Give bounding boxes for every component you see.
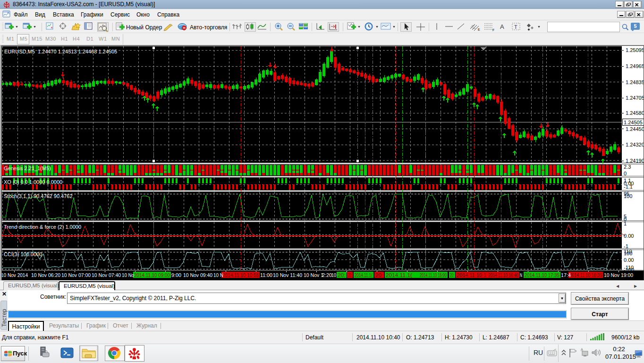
svg-text:1.24320: 1.24320 [626, 142, 644, 147]
svg-text:10 Nov 11:40: 10 Nov 11:40 [273, 272, 302, 278]
svg-text:1.24190: 1.24190 [626, 158, 644, 164]
svg-text:100: 100 [624, 193, 632, 199]
svg-text:1.24835: 1.24835 [626, 79, 644, 85]
svg-text:10: 10 [331, 272, 336, 278]
svg-text:10 Nov 09:40: 10 Nov 09:40 [183, 272, 212, 278]
svg-text:Trend direction & force (2) 1.: Trend direction & force (2) 1.0000 [4, 224, 81, 230]
svg-text:20:: 20: [348, 272, 352, 278]
svg-text:0.00: 0.00 [624, 233, 634, 239]
svg-text:1.24450: 1.24450 [626, 126, 644, 132]
svg-text:1.25095: 1.25095 [626, 47, 644, 53]
svg-text:10 Nov 07:00: 10 Nov 07:00 [61, 272, 91, 278]
svg-text:2014.11.10 09:00: 2014.11.10 09:00 [134, 272, 170, 278]
svg-text:0: 0 [624, 171, 627, 176]
svg-text:Stoch(3,1,1) 90.4762 90.4762: Stoch(3,1,1) 90.4762 90.4762 [4, 193, 73, 199]
svg-text:10 Nov 19:00: 10 Nov 19:00 [604, 272, 633, 278]
svg-text:10 Nov 07:40: 10 Nov 07:40 [92, 272, 121, 278]
svg-text:2014.11.10 17:35: 2014.11.10 17:35 [525, 272, 559, 278]
svg-text:1.24580: 1.24580 [626, 110, 644, 116]
svg-text:Genesis 2.21_1(M5): Genesis 2.21_1(M5) [4, 165, 51, 171]
svg-text:20:: 20: [338, 272, 346, 278]
svg-text:10 No: 10 No [122, 272, 134, 278]
svg-text:1.24505: 1.24505 [624, 120, 643, 125]
svg-text:2014.11.10 1: 2014.11.10 1 [457, 272, 486, 278]
svg-text:2.3: 2.3 [624, 164, 631, 170]
svg-text:EURUSD,M5 1.24470 1.24513 1.2: EURUSD,M5 1.24470 1.24513 1.24468 1.2450… [4, 49, 117, 54]
svg-text:20:: 20: [375, 272, 383, 278]
svg-text:-1.1: -1.1 [624, 184, 633, 190]
svg-text:2014.11.10 10:55: 2014.11.10 10:55 [222, 272, 259, 278]
svg-text:11:00: 11:00 [260, 272, 272, 278]
svg-text:10 Nov 1: 10 Nov 1 [304, 272, 323, 278]
svg-text:XO (0) 0.0 1.0000 0.0000: XO (0) 0.0 1.0000 0.0000 [4, 179, 62, 185]
svg-text:10 N: 10 N [213, 272, 223, 278]
svg-text:1.24965: 1.24965 [626, 63, 644, 69]
svg-text:0.00: 0.00 [624, 257, 634, 263]
svg-text:CCI(3) 100.0000: CCI(3) 100.0000 [4, 251, 42, 257]
svg-text:20:: 20: [450, 272, 454, 278]
svg-text:10 Nov 06:20: 10 Nov 06:20 [31, 272, 60, 278]
svg-text:2:20: 2:20 [322, 272, 332, 278]
svg-text:2014.11.10 16:40: 2014.11.10 16:40 [488, 272, 518, 278]
svg-text:2014.11.1(: 2014.11.1( [386, 272, 412, 278]
svg-text:N: N [520, 272, 522, 278]
svg-text:2014.11.1(: 2014.11.1( [355, 272, 373, 278]
svg-text:10 Nov 2014: 10 Nov 2014 [1, 272, 28, 278]
svg-text:9:00: 9:00 [171, 272, 181, 278]
svg-text:2014.11.10 18:35: 2014.11.10 18:35 [569, 272, 602, 278]
svg-text:100: 100 [624, 251, 632, 256]
svg-text:1.24705: 1.24705 [626, 95, 644, 101]
svg-text:17:4: 17:4 [561, 272, 571, 278]
svg-text:1: 1 [624, 221, 627, 226]
svg-text:2014.11.10 15:00: 2014.11.10 15:00 [420, 272, 447, 278]
